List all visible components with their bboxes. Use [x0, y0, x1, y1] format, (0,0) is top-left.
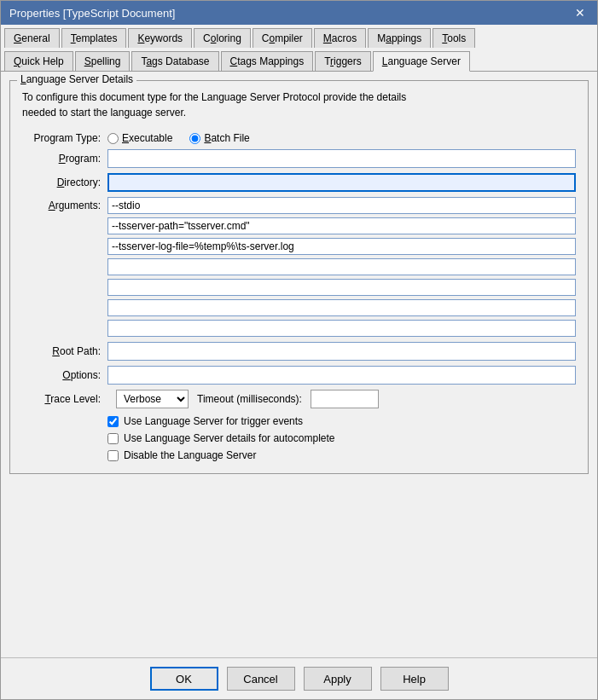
tab-general[interactable]: General [4, 28, 60, 48]
directory-input[interactable]: C:\Users\User ID\AppData\Roaming\npm [107, 173, 576, 192]
description-text: To configure this document type for the … [22, 90, 576, 120]
program-row: Program: typescript-language-server.cmd [22, 149, 576, 168]
options-label: Options: [22, 369, 107, 381]
checkbox-autocomplete-label: Use Language Server details for autocomp… [124, 432, 334, 444]
main-content: Language Server Details To configure thi… [1, 72, 597, 657]
tab-coloring[interactable]: Coloring [194, 28, 251, 48]
group-box-title: Language Server Details [17, 73, 136, 85]
tab-language-server[interactable]: Language Server [373, 51, 470, 72]
checkbox-trigger-events-input[interactable] [107, 416, 119, 427]
checkbox-trigger-events-label: Use Language Server for trigger events [124, 415, 303, 427]
tab-quick-help[interactable]: Quick Help [4, 51, 73, 71]
tab-spelling[interactable]: Spelling [75, 51, 131, 71]
timeout-input[interactable]: 900 [311, 390, 379, 408]
tab-keywords[interactable]: Keywords [128, 28, 192, 48]
radio-batch-file-input[interactable] [189, 133, 200, 144]
title-bar: Properties [TypeScript Document] ✕ [1, 1, 597, 25]
checkbox-disable[interactable]: Disable the Language Server [107, 449, 576, 461]
program-type-radio-group: Executable Batch File [107, 132, 250, 144]
apply-button[interactable]: Apply [304, 667, 372, 691]
checkbox-disable-input[interactable] [107, 450, 119, 461]
help-button[interactable]: Help [380, 667, 449, 691]
argument-input-6[interactable] [107, 299, 576, 316]
checkbox-disable-label: Disable the Language Server [124, 449, 256, 461]
arguments-section: Arguments: [22, 197, 576, 337]
program-type-row: Program Type: Executable Batch File [22, 132, 576, 144]
timeout-label: Timeout (milliseconds): [197, 393, 302, 405]
radio-executable-label: Executable [122, 132, 172, 144]
argument-input-1[interactable] [107, 197, 576, 214]
root-path-row: Root Path: [22, 342, 576, 361]
argument-input-2[interactable] [107, 217, 576, 234]
argument-input-3[interactable] [107, 238, 576, 255]
tab-tools[interactable]: Tools [433, 28, 475, 48]
tab-templates[interactable]: Templates [61, 28, 127, 48]
tab-triggers[interactable]: Triggers [315, 51, 371, 71]
cancel-button[interactable]: Cancel [227, 667, 295, 691]
argument-input-5[interactable] [107, 279, 576, 296]
tab-ctags-mappings[interactable]: Ctags Mappings [221, 51, 314, 71]
arguments-label: Arguments: [22, 197, 107, 211]
radio-batch-file[interactable]: Batch File [189, 132, 249, 144]
ok-button[interactable]: OK [150, 667, 218, 691]
window-title: Properties [TypeScript Document] [9, 7, 175, 20]
program-type-label: Program Type: [22, 132, 107, 144]
checkbox-autocomplete-input[interactable] [107, 433, 119, 444]
tab-tags-database[interactable]: Tags Database [131, 51, 218, 71]
tab-macros[interactable]: Macros [314, 28, 366, 48]
options-input[interactable] [107, 366, 576, 385]
arguments-inputs [107, 197, 576, 337]
language-server-group: Language Server Details To configure thi… [9, 80, 589, 474]
tab-compiler[interactable]: Compiler [253, 28, 312, 48]
options-row: Options: [22, 366, 576, 385]
footer: OK Cancel Apply Help [1, 657, 597, 699]
radio-executable-input[interactable] [107, 133, 119, 144]
root-path-input[interactable] [107, 342, 576, 361]
checkbox-autocomplete[interactable]: Use Language Server details for autocomp… [107, 432, 576, 444]
argument-input-7[interactable] [107, 320, 576, 337]
radio-batch-file-label: Batch File [204, 132, 249, 144]
tab-row-2: Quick Help Spelling Tags Database Ctags … [1, 48, 597, 71]
close-button[interactable]: ✕ [572, 6, 589, 20]
trace-timeout-row: Trace Level: Verbose Messages Off Timeou… [22, 390, 576, 408]
directory-row: Directory: C:\Users\User ID\AppData\Roam… [22, 173, 576, 192]
program-input[interactable]: typescript-language-server.cmd [107, 149, 576, 168]
radio-executable[interactable]: Executable [107, 132, 172, 144]
checkbox-section: Use Language Server for trigger events U… [107, 415, 576, 461]
directory-label: Directory: [22, 176, 107, 188]
trace-level-label: Trace Level: [22, 393, 107, 405]
argument-input-4[interactable] [107, 258, 576, 275]
program-label: Program: [22, 153, 107, 165]
checkbox-trigger-events[interactable]: Use Language Server for trigger events [107, 415, 576, 427]
tab-row-1: General Templates Keywords Coloring Comp… [1, 25, 597, 48]
trace-level-select[interactable]: Verbose Messages Off [116, 390, 189, 408]
root-path-label: Root Path: [22, 345, 107, 357]
properties-window: Properties [TypeScript Document] ✕ Gener… [0, 0, 598, 700]
tab-bar: General Templates Keywords Coloring Comp… [1, 25, 597, 72]
tab-mappings[interactable]: Mappings [368, 28, 431, 48]
